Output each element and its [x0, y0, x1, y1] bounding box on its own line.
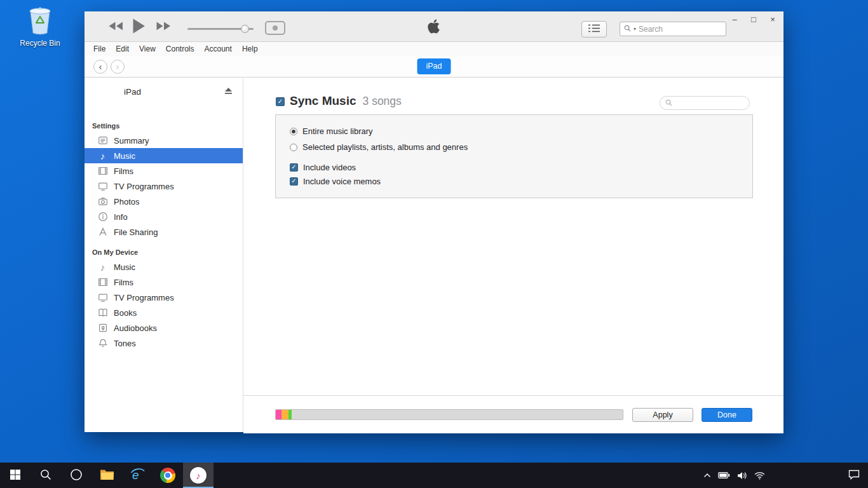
start-button[interactable]: [0, 463, 31, 488]
sidebar-item-films[interactable]: Films: [85, 163, 243, 179]
itunes-button[interactable]: ♪: [183, 463, 214, 488]
sidebar-item-tv-programmes[interactable]: TV Programmes: [85, 179, 243, 194]
radio-label: Selected playlists, artists, albums and …: [302, 142, 468, 152]
eject-button[interactable]: [224, 87, 233, 97]
apple-logo-icon: [428, 18, 440, 36]
battery-icon[interactable]: [718, 472, 730, 478]
sidebar-section-settings: Settings: [92, 122, 243, 130]
itunes-icon: ♪: [190, 467, 207, 484]
file-explorer-icon: [100, 468, 114, 482]
tv-icon: [97, 292, 108, 302]
minimize-button[interactable]: –: [729, 15, 740, 24]
window-controls: – □ ×: [729, 15, 778, 24]
sidebar-item-music[interactable]: ♪ Music: [85, 148, 243, 163]
forward-button[interactable]: ›: [111, 60, 125, 74]
titlebar[interactable]: ▾ – □ ×: [85, 11, 783, 42]
radio-selected-playlists[interactable]: Selected playlists, artists, albums and …: [290, 139, 752, 155]
sidebar-item-info[interactable]: Info: [85, 209, 243, 224]
menu-controls[interactable]: Controls: [162, 43, 201, 55]
menu-view[interactable]: View: [135, 43, 162, 55]
sidebar-item-label: TV Programmes: [114, 182, 174, 191]
hidden-icons-chevron-icon[interactable]: [703, 473, 711, 478]
radio-entire-music-library[interactable]: Entire music library: [290, 123, 752, 139]
volume-thumb[interactable]: [241, 25, 249, 33]
capacity-segment-photos: [288, 410, 292, 419]
audiobooks-icon: [97, 323, 108, 333]
taskbar: e ♪: [0, 463, 868, 488]
recycle-bin[interactable]: Recycle Bin: [18, 4, 62, 48]
sidebar-item-device-audiobooks[interactable]: Audiobooks: [85, 320, 243, 336]
menu-account[interactable]: Account: [201, 43, 238, 55]
cortana-button[interactable]: [61, 463, 92, 488]
maximize-button[interactable]: □: [748, 15, 759, 24]
checkbox-include-videos[interactable]: ✓ Include videos: [290, 160, 752, 174]
sidebar-item-label: Books: [114, 308, 137, 318]
sidebar-item-device-tones[interactable]: Tones: [85, 336, 243, 351]
done-button[interactable]: Done: [702, 408, 752, 422]
file-sharing-icon: [97, 227, 108, 237]
ie-button[interactable]: e: [122, 463, 153, 488]
close-button[interactable]: ×: [767, 15, 778, 24]
windows-logo-icon: [10, 470, 20, 482]
search-icon: [40, 469, 51, 482]
sidebar-item-label: TV Programmes: [114, 293, 174, 302]
play-button[interactable]: [132, 18, 146, 36]
recycle-bin-label: Recycle Bin: [18, 39, 62, 48]
menu-file[interactable]: File: [90, 43, 112, 55]
sidebar-item-device-music[interactable]: ♪ Music: [85, 259, 243, 274]
checkbox-include-voice-memos[interactable]: ✓ Include voice memos: [290, 174, 752, 188]
sidebar: iPad Settings Summary ♪ M: [85, 79, 243, 432]
spacer: [290, 155, 752, 160]
capacity-segment-other: [281, 410, 288, 419]
search-box[interactable]: ▾: [620, 22, 726, 36]
airplay-button[interactable]: [265, 21, 285, 35]
tv-icon: [97, 181, 108, 191]
music-icon: ♪: [97, 262, 108, 272]
search-dropdown-chevron-icon[interactable]: ▾: [634, 26, 636, 32]
chrome-icon: [160, 468, 175, 483]
recycle-bin-icon: [25, 27, 55, 37]
chrome-button[interactable]: [153, 463, 183, 488]
search-input[interactable]: [639, 25, 722, 34]
info-icon: [97, 212, 108, 222]
sidebar-item-device-books[interactable]: Books: [85, 305, 243, 320]
menu-help[interactable]: Help: [238, 43, 264, 55]
system-tray: [703, 463, 769, 488]
svg-text:e: e: [132, 468, 139, 482]
action-center-icon: [848, 470, 860, 482]
list-view-icon: [588, 24, 600, 34]
network-icon[interactable]: [754, 471, 765, 480]
volume-icon[interactable]: [737, 471, 747, 480]
volume-slider[interactable]: [187, 25, 254, 33]
radio-selected-icon: [290, 128, 297, 135]
sidebar-item-label: File Sharing: [114, 227, 158, 237]
menu-edit[interactable]: Edit: [112, 43, 135, 55]
sidebar-item-label: Photos: [114, 197, 139, 207]
action-center-button[interactable]: [840, 463, 868, 488]
rewind-icon: [107, 24, 124, 33]
apply-button[interactable]: Apply: [632, 408, 693, 422]
sidebar-item-device-films[interactable]: Films: [85, 274, 243, 290]
file-explorer-button[interactable]: [92, 463, 122, 488]
list-view-button[interactable]: [581, 21, 607, 37]
sidebar-item-device-tv-programmes[interactable]: TV Programmes: [85, 290, 243, 305]
sidebar-item-photos[interactable]: Photos: [85, 194, 243, 209]
next-button[interactable]: [156, 21, 172, 33]
sidebar-item-file-sharing[interactable]: File Sharing: [85, 224, 243, 240]
checkmark-icon: ✓: [278, 98, 283, 105]
books-icon: [97, 308, 108, 318]
footer-bar: Apply Done: [243, 395, 783, 433]
sidebar-item-summary[interactable]: Summary: [85, 133, 243, 148]
tones-icon: [97, 338, 108, 348]
previous-button[interactable]: [107, 21, 124, 33]
music-icon: ♪: [97, 151, 108, 161]
nav-bar: ‹ › iPad: [85, 56, 783, 78]
sync-music-checkbox[interactable]: ✓: [276, 97, 285, 106]
filter-search-input[interactable]: [675, 98, 744, 107]
taskbar-search-button[interactable]: [31, 463, 61, 488]
back-button[interactable]: ‹: [93, 60, 107, 74]
filter-search-field[interactable]: [660, 96, 750, 110]
song-count: 3 songs: [363, 95, 402, 108]
device-pill[interactable]: iPad: [417, 58, 451, 74]
sidebar-item-label: Films: [114, 166, 133, 176]
